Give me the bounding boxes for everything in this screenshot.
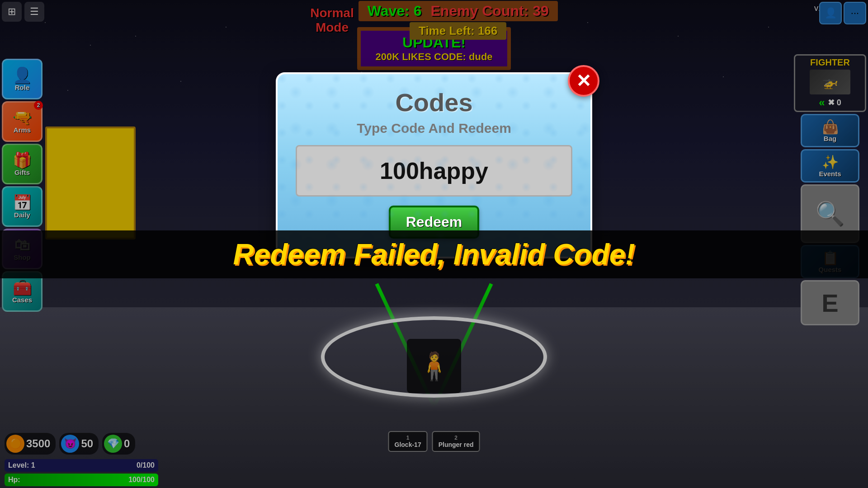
close-icon: ✕ [576, 70, 591, 91]
redeem-failed-text: Redeem Failed, Invalid Code! [233, 238, 635, 271]
redeem-failed-banner: Redeem Failed, Invalid Code! [0, 230, 868, 278]
modal-subtitle: Type Code And Redeem [296, 121, 572, 136]
modal-close-button[interactable]: ✕ [568, 65, 599, 97]
redeem-button-label: Redeem [406, 214, 462, 230]
modal-title: Codes [296, 88, 572, 117]
code-input-field[interactable] [296, 145, 572, 197]
